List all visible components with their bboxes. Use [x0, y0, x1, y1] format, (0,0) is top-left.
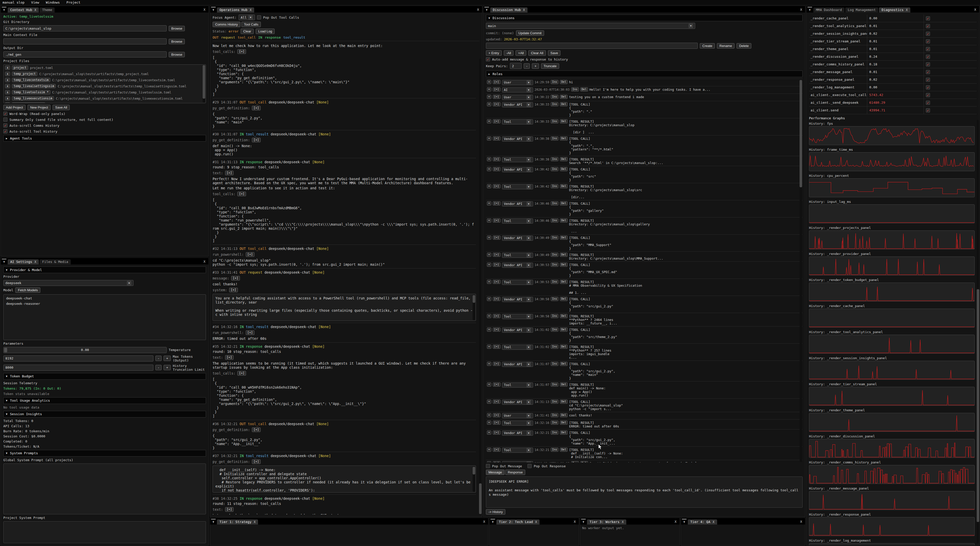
rename-button[interactable]: Rename: [717, 43, 735, 48]
discussion-row[interactable]: + [+] User▼ 14:30:22 Ins Del testing you…: [486, 94, 803, 101]
row-delete-button[interactable]: Del: [560, 95, 568, 99]
diagnostic-checkbox[interactable]: ✓: [926, 93, 930, 97]
row-expand-button[interactable]: [+]: [493, 95, 501, 99]
role-dropdown[interactable]: Vendor API▼: [502, 167, 533, 172]
role-dropdown[interactable]: User▼: [502, 80, 533, 85]
row-expand-button[interactable]: [+]: [493, 314, 501, 318]
remove-file-button[interactable]: x: [5, 78, 10, 82]
row-insert-button[interactable]: Ins: [551, 201, 558, 206]
global-prompt-textarea[interactable]: [3, 463, 206, 514]
tool-usage-header[interactable]: ▼Tool Usage Analytics: [3, 397, 206, 404]
row-delete-button[interactable]: Del: [560, 431, 568, 434]
collapse-icon[interactable]: ▼: [211, 519, 216, 524]
row-add-button[interactable]: +: [487, 448, 491, 452]
checkbox[interactable]: ✓: [3, 118, 7, 121]
row-delete-button[interactable]: Del: [560, 80, 568, 84]
row-expand-button[interactable]: [+]: [493, 253, 501, 257]
tab-close-icon[interactable]: X: [535, 520, 537, 524]
file-name-chip[interactable]: temp_livetoolssim *: [12, 90, 50, 94]
role-dropdown[interactable]: Tool▼: [502, 345, 533, 350]
window-close-icon[interactable]: X: [799, 519, 803, 524]
row-add-button[interactable]: +: [487, 362, 491, 366]
row-add-button[interactable]: +: [487, 383, 491, 386]
row-expand-button[interactable]: [+]: [493, 157, 501, 161]
max-tokens-plus-button[interactable]: +: [164, 356, 171, 361]
row-delete-button[interactable]: Del: [560, 201, 568, 206]
row-delete-button[interactable]: Del: [560, 157, 568, 161]
max-tokens-input[interactable]: 8192: [3, 355, 153, 362]
collapse-icon[interactable]: ▼: [2, 7, 6, 12]
log-code-box[interactable]: You are a helpful coding assistant with …: [213, 294, 476, 321]
pop-out-response-checkbox[interactable]: ✓: [528, 464, 531, 468]
remove-file-button[interactable]: x: [5, 65, 10, 70]
git-browse-button[interactable]: Browse: [169, 26, 185, 31]
row-delete-button[interactable]: Del: [580, 87, 588, 91]
row-expand-button[interactable]: [+]: [493, 362, 501, 366]
project-file-row[interactable]: x temp_livetoolssim * C:\projects\manual…: [3, 89, 206, 95]
checkbox[interactable]: ✓: [3, 129, 7, 133]
main-context-browse-button[interactable]: Browse: [169, 39, 185, 44]
discussion-row[interactable]: + [+] Vendor API▼ 14:30:38 Ins Del [TOOL…: [486, 136, 803, 156]
row-delete-button[interactable]: Del: [560, 102, 568, 106]
discussion-row[interactable]: + [+] Vendor API▼ 14:30:42 Ins Del [TOOL…: [486, 166, 803, 183]
discussion-row[interactable]: + [+] AI▼ 2026-03-07T14:30:03 Ins Del He…: [486, 86, 803, 94]
row-add-button[interactable]: +: [487, 413, 491, 417]
project-action-button[interactable]: Save All: [52, 105, 70, 110]
diagnostic-checkbox[interactable]: ✓: [926, 70, 930, 74]
tab-mma-dashboard[interactable]: MMA Dashboard: [813, 7, 845, 13]
role-dropdown[interactable]: Vendor API▼: [502, 297, 533, 302]
window-close-icon[interactable]: X: [973, 7, 978, 12]
keep-pairs-plus-button[interactable]: +: [532, 63, 539, 69]
row-expand-button[interactable]: [+]: [493, 219, 501, 222]
discussion-dropdown[interactable]: main▼: [486, 23, 695, 29]
row-add-button[interactable]: +: [487, 421, 491, 425]
project-file-row[interactable]: x project project.toml: [3, 65, 206, 71]
row-delete-button[interactable]: Del: [560, 314, 568, 318]
role-dropdown[interactable]: Tool▼: [502, 184, 533, 189]
role-dropdown[interactable]: Vendor API▼: [502, 201, 533, 206]
tab-comms-history[interactable]: Comms History: [213, 22, 240, 27]
pop-out-message-checkbox[interactable]: ✓: [486, 464, 490, 468]
entry-action-button[interactable]: Save: [548, 50, 561, 56]
discussion-row[interactable]: + [+] Tool▼ 14:31:07 Ins Del [TOOL RESUL…: [486, 382, 803, 399]
row-insert-button[interactable]: Ins: [551, 119, 558, 123]
discussion-row[interactable]: + [+] Tool▼ 14:30:46 Ins Del [TOOL RESUL…: [486, 217, 803, 235]
role-dropdown[interactable]: Vendor API▼: [502, 327, 533, 333]
discussion-row[interactable]: + [+] Tool▼ 14:32:16 Ins Del [TOOL RESUL…: [486, 420, 803, 429]
discussion-row[interactable]: + [+] Tool▼ 14:30:38 Ins Del [TOOL RESUL…: [486, 156, 803, 166]
role-dropdown[interactable]: Vendor API▼: [502, 263, 533, 268]
update-commit-button[interactable]: Update Commit: [516, 30, 544, 36]
tab-message[interactable]: Message: [486, 469, 504, 475]
discussion-row[interactable]: + [+] Tool▼ 14:30:58 Ins Del [TOOL RESUL…: [486, 313, 803, 327]
collapse-icon[interactable]: ▼: [682, 519, 687, 524]
row-insert-button[interactable]: Ins: [571, 87, 579, 91]
tab-discussion-hub[interactable]: Discussion HubX: [490, 7, 528, 13]
row-add-button[interactable]: +: [487, 201, 491, 206]
expand-button[interactable]: [+]: [231, 276, 240, 281]
expand-button[interactable]: [+]: [252, 138, 261, 142]
row-expand-button[interactable]: [+]: [493, 87, 501, 91]
row-delete-button[interactable]: Del: [560, 219, 568, 222]
row-expand-button[interactable]: [+]: [493, 448, 501, 452]
row-insert-button[interactable]: Ins: [551, 327, 558, 332]
row-expand-button[interactable]: [+]: [493, 201, 501, 206]
auto-add-checkbox[interactable]: ✓: [486, 57, 490, 61]
tab-tier3[interactable]: Tier 3: WorkersX: [587, 519, 626, 525]
project-action-button[interactable]: New Project: [27, 105, 51, 110]
ops-log-content[interactable]: Now let me check how to run this applica…: [213, 43, 479, 514]
discussion-row[interactable]: + [+] Tool▼ 14:30:33 Ins Del [TOOL RESUL…: [486, 118, 803, 136]
role-dropdown[interactable]: Tool▼: [502, 157, 533, 162]
provider-dropdown[interactable]: deepseek▼: [3, 280, 134, 286]
token-budget-header[interactable]: ▼Token Budget: [3, 373, 206, 380]
history-button[interactable]: -> History: [486, 509, 505, 514]
project-prompt-textarea[interactable]: [3, 521, 206, 543]
discussion-row[interactable]: + [+] Tool▼ 14:31:02 Ins Del [TOOL RESUL…: [486, 344, 803, 361]
window-close-icon[interactable]: X: [799, 7, 803, 12]
row-delete-button[interactable]: Del: [560, 448, 568, 452]
row-delete-button[interactable]: Del: [560, 421, 568, 425]
tab-close-icon[interactable]: X: [35, 8, 36, 12]
row-add-button[interactable]: +: [487, 184, 491, 188]
window-close-icon[interactable]: X: [202, 259, 207, 264]
row-expand-button[interactable]: [+]: [493, 280, 501, 284]
row-delete-button[interactable]: Del: [580, 461, 588, 463]
